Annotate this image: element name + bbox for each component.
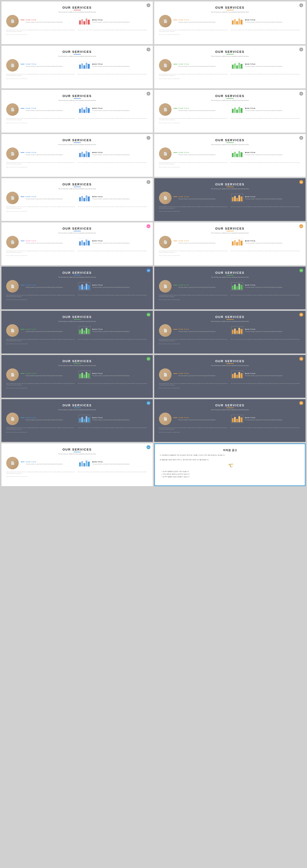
main-title-section: MAIN TITLE The space actually is a good …	[92, 63, 148, 67]
dash-line	[21, 64, 25, 64]
document-icon: 📄	[10, 152, 14, 156]
main-title-text: MAIN TITLE	[92, 196, 103, 197]
slide-subtitle: Then tell verily your subtitle and some …	[6, 453, 148, 455]
dash-line	[173, 373, 177, 374]
main-title-desc: The space actually is a good does for ti…	[245, 22, 301, 23]
slide-title: OUR SERVICES	[159, 138, 301, 142]
circle-image: 📄	[6, 368, 19, 381]
body-text-row: Sed ut perspiciatis unde omnis iste natu…	[159, 250, 301, 253]
circle-image: 📄	[6, 324, 19, 337]
chart-box	[78, 282, 91, 290]
dash-line	[21, 329, 25, 330]
main-title-block: MAIN TITLE	[245, 152, 301, 153]
slide-underline	[74, 187, 81, 187]
slide-number: 21	[146, 445, 150, 449]
slide-2: 2 OUR SERVICES Then tell verily your sub…	[154, 1, 306, 44]
main-title-section: MAIN TITLE The space actually is a good …	[245, 240, 301, 244]
slide-title: OUR SERVICES	[159, 6, 301, 9]
main-title-section: MAIN TITLE The space actually is a good …	[92, 196, 148, 200]
slide-8: 8 OUR SERVICES Then tell verily your sub…	[154, 134, 306, 177]
slide-title: OUR SERVICES	[6, 448, 148, 451]
your-title-text: YOUR TITLE	[178, 240, 189, 242]
main-title-text: MAIN TITLE	[92, 240, 103, 242]
main-title-section: MAIN TITLE The space actually is a good …	[245, 19, 301, 23]
main-title-desc: The space actually is a good does for ti…	[245, 375, 301, 377]
main-title-section: MAIN TITLE The space actually is a good …	[92, 240, 148, 244]
main-title-section: MAIN TITLE The space actually is a good …	[245, 284, 301, 288]
slide-number: 5	[146, 92, 150, 96]
footer-text: Maecur lire labing in ipsum autum adipis…	[159, 166, 301, 168]
main-title-block: MAIN TITLE	[245, 329, 301, 330]
circle-image: 📄	[159, 103, 171, 116]
slide-title: OUR SERVICES	[6, 271, 148, 275]
slide-number: 6	[299, 92, 303, 96]
slide-10: 10 OUR SERVICES Then tell verily your su…	[154, 178, 306, 221]
body-text-left: Sed ut perspiciatis unde omnis iste natu…	[159, 73, 229, 76]
slide-number: 7	[146, 136, 150, 140]
main-title-text: MAIN TITLE	[245, 107, 256, 109]
body-text-left: Sed ut perspiciatis unde omnis iste natu…	[159, 206, 229, 209]
mid-section: YOUR TITLE The space actually is a good …	[173, 107, 229, 112]
mid-section: YOUR TITLE The space actually is a good …	[173, 373, 229, 377]
slide-underline	[227, 363, 234, 364]
slide-number: 11	[146, 224, 150, 228]
chart-box	[231, 238, 243, 246]
main-title-desc: The space actually is a good does for ti…	[245, 110, 301, 112]
slide-subtitle: Then tell verily your subtitle and some …	[6, 56, 148, 57]
slide-subtitle: Then tell verily your subtitle and some …	[159, 321, 301, 322]
body-text-right: At vero eos et accusamus et iusto odio d…	[231, 73, 301, 76]
content-row: 📄 YOUR TITLE The space actually is a goo…	[6, 15, 148, 27]
chart-box	[231, 105, 243, 114]
document-icon: 📄	[10, 329, 14, 332]
your-title-block: YOUR TITLE	[21, 284, 76, 286]
your-title-desc: The space actually is a good does for ti…	[26, 420, 76, 421]
content-row: 📄 YOUR TITLE The space actually is a goo…	[159, 148, 301, 160]
circle-image: 📄	[6, 236, 19, 248]
document-icon: 📄	[10, 461, 14, 465]
slide-17: 17 OUR SERVICES Then tell verily your su…	[1, 355, 153, 398]
body-text-right: At vero eos et accusamus et iusto odio d…	[78, 118, 148, 121]
slide-5: 5 OUR SERVICES Then tell verily your sub…	[1, 90, 153, 132]
slide-underline	[227, 275, 234, 276]
slide-underline	[227, 187, 234, 187]
slide-subtitle: Then tell verily your subtitle and some …	[6, 188, 148, 190]
slide-underline	[74, 319, 81, 320]
slide-number: 8	[299, 136, 303, 140]
body-text-right: At vero eos et accusamus et iusto odio d…	[78, 250, 148, 253]
slide-title: OUR SERVICES	[159, 94, 301, 98]
body-text-right: At vero eos et accusamus et iusto odio d…	[78, 383, 148, 386]
chart-box	[78, 327, 91, 335]
body-text-right: At vero eos et accusamus et iusto odio d…	[231, 29, 301, 32]
main-title-block: MAIN TITLE	[92, 329, 148, 330]
main-title-block: MAIN TITLE	[92, 417, 148, 418]
main-title-section: MAIN TITLE The space actually is a good …	[245, 63, 301, 67]
your-title-desc: The space actually is a good does for ti…	[178, 243, 229, 244]
main-title-text: MAIN TITLE	[245, 19, 256, 21]
main-title-desc: The space actually is a good does for ti…	[245, 198, 301, 200]
content-row: 📄 YOUR TITLE The space actually is a goo…	[6, 192, 148, 204]
circle-image: 📄	[6, 192, 19, 204]
your-title-desc: The space actually is a good does for ti…	[178, 110, 229, 112]
main-title-block: MAIN TITLE	[245, 196, 301, 197]
slide-subtitle: Then tell verily your subtitle and some …	[159, 365, 301, 367]
chart-box	[231, 17, 243, 25]
document-icon: 📄	[10, 63, 14, 67]
slide-number: 1	[146, 3, 150, 7]
slide-subtitle: Then tell verily your subtitle and some …	[6, 276, 148, 278]
document-icon: 📄	[10, 373, 14, 377]
main-title-block: MAIN TITLE	[245, 107, 301, 109]
slide-title: OUR SERVICES	[159, 50, 301, 54]
document-icon: 📄	[10, 196, 14, 200]
slide-title: OUR SERVICES	[6, 6, 148, 9]
slide-number: 17	[146, 357, 150, 361]
your-title-text: YOUR TITLE	[26, 461, 36, 463]
dash-line	[21, 285, 25, 285]
dash-line	[173, 108, 177, 108]
body-text-right: At vero eos et accusamus et iusto odio d…	[231, 383, 301, 386]
circle-image: 📄	[159, 368, 171, 381]
korean-body2: 본 템플릿을 사용한 콘텐츠 제작 시, 원작자에 대한 크레딧 표기를 권장합…	[160, 459, 300, 461]
mid-section: YOUR TITLE The space actually is a good …	[21, 19, 76, 23]
main-title-block: MAIN TITLE	[245, 240, 301, 242]
body-text-row: Sed ut perspiciatis unde omnis iste natu…	[159, 294, 301, 298]
body-text-row: Sed ut perspiciatis unde omnis iste natu…	[6, 162, 148, 165]
